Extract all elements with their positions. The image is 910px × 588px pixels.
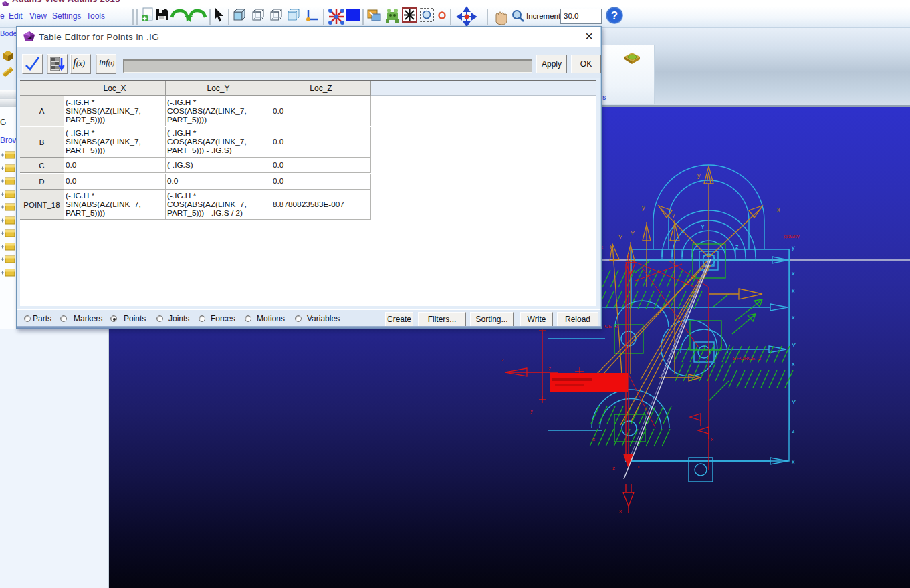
svg-text:x: x: [592, 436, 595, 442]
svg-text:z: z: [612, 465, 615, 471]
svg-text:y: y: [697, 172, 701, 179]
svg-text:x: x: [711, 436, 713, 442]
svg-text:x: x: [610, 243, 613, 250]
svg-text:z: z: [548, 365, 551, 372]
svg-text:x: x: [792, 270, 795, 277]
svg-text:CE_2: CE_2: [604, 323, 618, 329]
svg-text:Y: Y: [792, 342, 796, 349]
svg-text:?: ?: [611, 9, 618, 22]
svg-text:SFORCE_2: SFORCE_2: [733, 355, 762, 361]
svg-text:z: z: [792, 428, 795, 434]
svg-text:y: y: [792, 244, 795, 251]
svg-text:z: z: [501, 357, 504, 363]
svg-text:Y: Y: [792, 399, 796, 406]
svg-text:z: z: [735, 243, 739, 250]
svg-text:x: x: [777, 206, 780, 213]
svg-text:x: x: [792, 361, 795, 368]
svg-text:y: y: [672, 212, 675, 218]
svg-text:y: y: [530, 408, 533, 414]
svg-text:x: x: [619, 508, 622, 514]
svg-text:x: x: [792, 314, 795, 321]
svg-text:y: y: [642, 204, 645, 211]
svg-text:x: x: [792, 458, 795, 465]
svg-text:gravity: gravity: [784, 233, 800, 239]
svg-text:Y: Y: [631, 230, 635, 237]
svg-text:Y: Y: [618, 234, 622, 241]
svg-text:x: x: [637, 464, 640, 470]
svg-text:Y: Y: [701, 223, 705, 230]
svg-text:x: x: [792, 287, 795, 294]
